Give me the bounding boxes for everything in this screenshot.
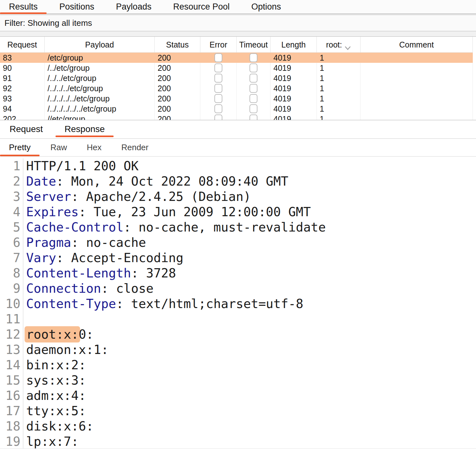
column-header-label: Request <box>7 40 37 49</box>
line-number: 18 <box>0 419 23 434</box>
tab-results[interactable]: Results <box>0 0 47 13</box>
status-cell: 200 <box>155 83 200 93</box>
request-number-cell: 90 <box>0 63 45 73</box>
response-line-content: HTTP/1.1 200 OK <box>23 158 138 174</box>
column-header-length[interactable]: Length <box>271 37 317 53</box>
response-line-content <box>23 312 26 327</box>
http-header-name: Date <box>26 174 56 188</box>
table-row[interactable]: 94/../../../../../etc/group20040191 <box>0 104 473 114</box>
timeout-checkbox[interactable] <box>249 53 257 62</box>
timeout-cell <box>237 93 271 104</box>
column-header-root[interactable]: root: <box>317 37 361 53</box>
response-line: 9Connection: close <box>0 281 476 296</box>
tab-hex[interactable]: Hex <box>78 139 110 156</box>
line-number: 19 <box>0 434 23 448</box>
response-text: : no-cache <box>71 235 146 250</box>
response-line: 8Content-Length: 3728 <box>0 266 476 281</box>
timeout-checkbox[interactable] <box>249 84 257 93</box>
error-checkbox[interactable] <box>214 104 222 113</box>
tab-raw-label: Raw <box>50 143 67 152</box>
comment-cell <box>361 114 473 120</box>
tab-response[interactable]: Response <box>55 120 114 138</box>
tab-payloads[interactable]: Payloads <box>107 0 160 13</box>
response-text: : no-cache, must-revalidate <box>123 220 326 234</box>
column-header-payload[interactable]: Payload <box>45 37 155 53</box>
table-row[interactable]: 92/../../../etc/group20040191 <box>0 83 473 93</box>
comment-cell <box>361 73 473 83</box>
table-row[interactable]: 90/../etc/group20040191 <box>0 63 473 73</box>
response-text: daemon:x:1: <box>26 342 108 357</box>
filter-bar[interactable]: Filter: Showing all items <box>0 15 476 31</box>
timeout-cell <box>237 53 271 63</box>
column-header-status[interactable]: Status <box>155 37 200 53</box>
line-number: 8 <box>0 266 23 281</box>
tab-hex-label: Hex <box>87 143 101 152</box>
length-cell: 4019 <box>271 114 317 120</box>
results-table: RequestPayloadStatusErrorTimeoutLengthro… <box>0 36 476 120</box>
response-text: : Mon, 24 Oct 2022 08:09:40 GMT <box>56 174 288 188</box>
comment-cell <box>361 93 473 104</box>
column-header-label: Status <box>166 40 189 49</box>
payload-cell: /../../../etc/group <box>45 83 155 93</box>
table-row[interactable]: 202//etc/group20040191 <box>0 114 473 120</box>
error-checkbox[interactable] <box>214 63 222 72</box>
table-row[interactable]: 91/../../etc/group20040191 <box>0 73 473 83</box>
error-cell <box>200 114 237 120</box>
tab-pretty[interactable]: Pretty <box>0 139 40 156</box>
line-number: 9 <box>0 281 23 296</box>
response-editor: 1HTTP/1.1 200 OK2Date: Mon, 24 Oct 2022 … <box>0 157 476 448</box>
comment-cell <box>361 63 473 73</box>
error-checkbox[interactable] <box>214 84 222 93</box>
response-text: adm:x:4: <box>26 388 86 403</box>
tab-payloads-label: Payloads <box>116 2 152 11</box>
timeout-cell <box>237 83 271 93</box>
root-match-count-cell: 1 <box>317 93 361 104</box>
timeout-checkbox[interactable] <box>249 63 257 72</box>
timeout-checkbox[interactable] <box>249 74 257 83</box>
payload-cell: /../../etc/group <box>45 73 155 83</box>
chevron-down-icon[interactable] <box>345 43 351 47</box>
http-header-name: Connection <box>26 281 101 296</box>
column-header-error[interactable]: Error <box>200 37 237 53</box>
timeout-checkbox[interactable] <box>249 104 257 113</box>
table-row[interactable]: 83/etc/group20040191 <box>0 53 473 63</box>
status-cell: 200 <box>155 114 200 120</box>
line-number: 3 <box>0 189 23 204</box>
table-row[interactable]: 93/../../../../etc/group20040191 <box>0 93 473 104</box>
tab-options[interactable]: Options <box>242 0 290 13</box>
column-header-request[interactable]: Request <box>0 37 45 53</box>
response-line-content: Content-Length: 3728 <box>23 266 176 281</box>
http-header-name: Vary <box>26 251 56 265</box>
tab-raw[interactable]: Raw <box>41 139 76 156</box>
comment-cell <box>361 53 473 63</box>
payload-cell: /etc/group <box>45 53 155 63</box>
response-line-content: root:x:0: <box>23 327 93 342</box>
column-header-label: Comment <box>399 40 434 49</box>
response-line-content: daemon:x:1: <box>23 342 108 357</box>
tab-positions[interactable]: Positions <box>50 0 103 13</box>
response-text: sys:x:3: <box>26 373 86 387</box>
response-line-content: Expires: Tue, 23 Jun 2009 12:00:00 GMT <box>23 204 311 220</box>
tab-resource-pool[interactable]: Resource Pool <box>164 0 239 13</box>
timeout-checkbox[interactable] <box>249 114 257 120</box>
error-checkbox[interactable] <box>214 94 222 103</box>
comment-cell <box>361 104 473 114</box>
response-line-content: lp:x:7: <box>23 434 78 448</box>
timeout-checkbox[interactable] <box>249 94 257 103</box>
payload-cell: /../etc/group <box>45 63 155 73</box>
column-header-timeout[interactable]: Timeout <box>237 37 271 53</box>
error-cell <box>200 93 237 104</box>
line-number: 17 <box>0 403 23 419</box>
tab-request[interactable]: Request <box>0 120 52 138</box>
selected-tab-underline <box>56 136 114 137</box>
error-checkbox[interactable] <box>214 74 222 83</box>
line-number: 1 <box>0 158 23 174</box>
line-number: 5 <box>0 220 23 235</box>
root-match-count-cell: 1 <box>317 63 361 73</box>
error-checkbox[interactable] <box>214 53 222 62</box>
column-header-comment[interactable]: Comment <box>361 37 473 53</box>
length-cell: 4019 <box>271 83 317 93</box>
response-text: 0: <box>78 327 93 342</box>
error-checkbox[interactable] <box>214 114 222 120</box>
tab-render[interactable]: Render <box>112 139 157 156</box>
